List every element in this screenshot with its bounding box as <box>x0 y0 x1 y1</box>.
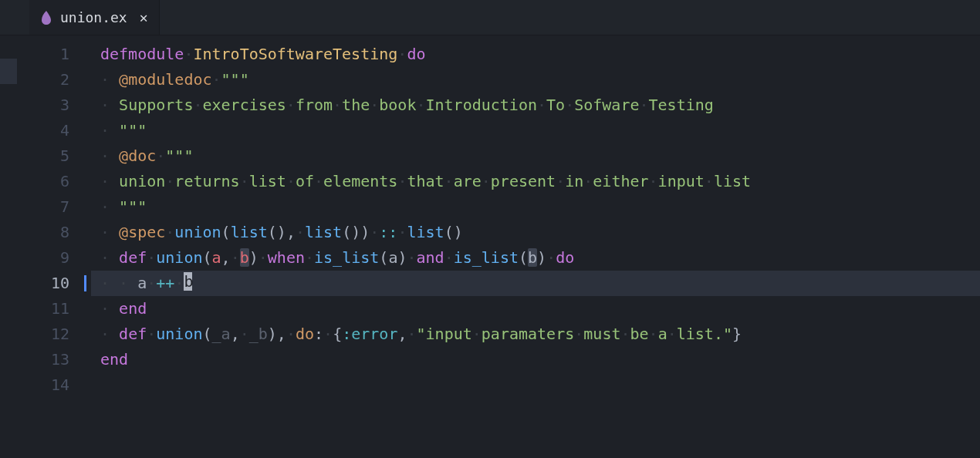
code-line[interactable]: · Supports·exercises·from·the·book·Intro… <box>91 93 980 118</box>
sidebar-mark <box>0 59 17 84</box>
line-number: 13 <box>17 347 91 372</box>
code-line[interactable]: · end <box>91 296 980 322</box>
line-number: 14 <box>17 372 91 398</box>
code-line[interactable]: end <box>91 347 980 372</box>
line-gutter: 1234567891011121314 <box>17 35 91 458</box>
tab-bar: union.ex ✕ <box>0 0 980 35</box>
line-number: 7 <box>17 194 91 220</box>
code-line[interactable] <box>91 372 980 398</box>
line-number: 4 <box>17 118 91 143</box>
close-icon[interactable]: ✕ <box>140 9 148 25</box>
line-number: 1 <box>17 42 91 67</box>
code-area[interactable]: defmodule·IntroToSoftwareTesting·do· @mo… <box>91 35 980 458</box>
line-number: 9 <box>17 245 91 271</box>
tab-union-ex[interactable]: union.ex ✕ <box>29 0 160 35</box>
code-line[interactable]: · @spec·union(list(),·list())·::·list() <box>91 220 980 245</box>
code-line[interactable]: · union·returns·list·of·elements·that·ar… <box>91 169 980 194</box>
sidebar-strip <box>0 35 17 458</box>
line-number: 12 <box>17 322 91 347</box>
line-number: 11 <box>17 296 91 322</box>
code-line[interactable]: · @doc·""" <box>91 143 980 169</box>
editor: 1234567891011121314 defmodule·IntroToSof… <box>0 35 980 458</box>
line-number: 6 <box>17 169 91 194</box>
line-number: 10 <box>17 271 91 296</box>
code-line[interactable]: · @moduledoc·""" <box>91 67 980 93</box>
tab-filename: union.ex <box>60 9 127 25</box>
code-line[interactable]: · """ <box>91 194 980 220</box>
elixir-icon <box>40 12 52 24</box>
code-line[interactable]: · · a·++·b <box>91 271 980 296</box>
code-line[interactable]: · """ <box>91 118 980 143</box>
line-number: 2 <box>17 67 91 93</box>
line-number: 8 <box>17 220 91 245</box>
line-number: 5 <box>17 143 91 169</box>
code-line[interactable]: defmodule·IntroToSoftwareTesting·do <box>91 42 980 67</box>
line-number: 3 <box>17 93 91 118</box>
code-line[interactable]: · def·union(a,·b)·when·is_list(a)·and·is… <box>91 245 980 271</box>
code-line[interactable]: · def·union(_a,·_b),·do:·{:error,·"input… <box>91 322 980 347</box>
